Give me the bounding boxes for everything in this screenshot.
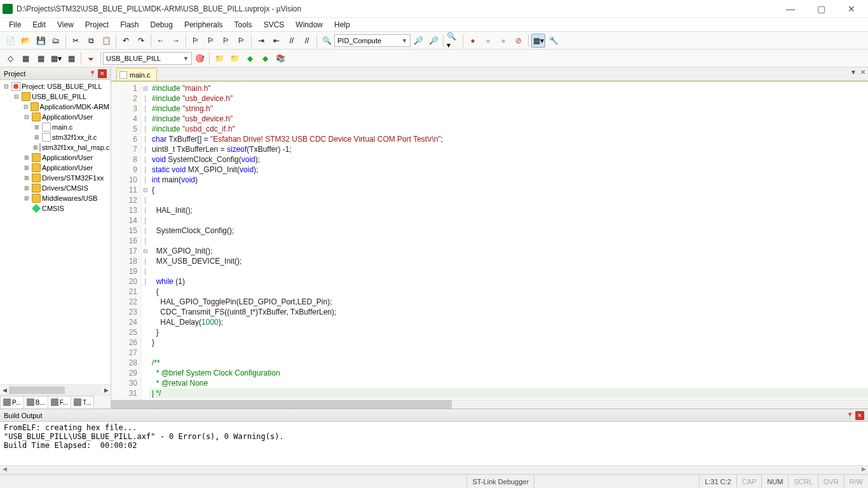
tab-main-c[interactable]: main.c [116, 68, 157, 81]
tree-node[interactable]: ⊞stm32f1xx_hal_msp.c [0, 142, 111, 152]
scroll-left-icon[interactable]: ◀ [0, 466, 9, 474]
record-gray2-icon[interactable]: ● [496, 34, 510, 48]
expand-icon[interactable]: ⊟ [3, 83, 10, 90]
save-all-icon[interactable]: 🗂 [49, 34, 63, 48]
tree-node[interactable]: CMSIS [0, 203, 111, 214]
unindent-icon[interactable]: ⇤ [269, 34, 283, 48]
expand-icon[interactable]: ⊟ [13, 93, 20, 100]
tree-node[interactable]: ⊞Drivers/CMSIS [0, 183, 111, 193]
expand-icon[interactable]: ⊞ [23, 165, 31, 171]
nav-back-icon[interactable]: ← [154, 34, 168, 48]
rte-icon[interactable]: ◆ [258, 51, 272, 65]
panel-tab-3[interactable]: T... [71, 396, 94, 409]
menu-edit[interactable]: Edit [27, 19, 51, 30]
code-editor[interactable]: #include "main.h"#include "usb_device.h"… [149, 82, 868, 400]
maximize-button[interactable]: ▢ [812, 4, 830, 14]
bookmark-toggle-icon[interactable]: 🏳 [189, 34, 203, 48]
menu-file[interactable]: File [4, 19, 26, 30]
record-icon[interactable]: ● [466, 34, 480, 48]
menu-tools[interactable]: Tools [229, 19, 257, 30]
expand-icon[interactable]: ⊞ [33, 134, 41, 140]
menu-help[interactable]: Help [329, 19, 355, 30]
expand-icon[interactable]: ⊞ [33, 124, 41, 130]
translate-icon[interactable]: ◇ [3, 51, 17, 65]
configure-icon[interactable]: 🔧 [546, 34, 560, 48]
save-icon[interactable]: 💾 [34, 34, 48, 48]
stop-record-icon[interactable]: ⊘ [512, 34, 526, 48]
scroll-right-icon[interactable]: ▶ [859, 466, 868, 474]
bookmark-prev-icon[interactable]: 🏳 [204, 34, 218, 48]
pin-icon[interactable]: 📍 [88, 69, 97, 78]
pin-icon[interactable]: 📍 [845, 411, 854, 420]
tree-node[interactable]: ⊟Project: USB_BLUE_PILL [0, 81, 111, 92]
expand-icon[interactable]: ⊞ [23, 175, 31, 181]
menu-view[interactable]: View [52, 19, 79, 30]
target-combo[interactable]: USB_BLUE_PILL ▼ [103, 52, 192, 65]
tree-node[interactable]: ⊟Application/MDK-ARM [0, 102, 111, 112]
scroll-left-icon[interactable]: ◀ [0, 387, 9, 393]
search-combo[interactable]: PID_Compute ▼ [334, 34, 410, 47]
menu-peripherals[interactable]: Peripherals [179, 19, 228, 30]
books-icon[interactable]: 📚 [273, 51, 287, 65]
menu-flash[interactable]: Flash [115, 19, 144, 30]
copy-icon[interactable]: ⧉ [84, 34, 98, 48]
scroll-right-icon[interactable]: ▶ [102, 387, 111, 393]
nav-fwd-icon[interactable]: → [169, 34, 183, 48]
manage-icon[interactable]: 📁 [227, 51, 241, 65]
new-file-icon[interactable]: 📄 [3, 34, 17, 48]
tree-node[interactable]: ⊟USB_BLUE_PILL [0, 92, 111, 102]
window-layout-icon[interactable]: ▦▾ [531, 34, 545, 48]
download-icon[interactable]: 🞃 [84, 51, 98, 65]
expand-icon[interactable]: ⊞ [23, 154, 31, 161]
indent-icon[interactable]: ⇥ [254, 34, 268, 48]
project-tree[interactable]: ⊟Project: USB_BLUE_PILL⊟USB_BLUE_PILL⊟Ap… [0, 80, 111, 384]
redo-icon[interactable]: ↷ [134, 34, 148, 48]
expand-icon[interactable]: ⊟ [23, 114, 31, 120]
undo-icon[interactable]: ↶ [119, 34, 133, 48]
file-ext-icon[interactable]: 📁 [212, 51, 226, 65]
bookmark-next-icon[interactable]: 🏳 [219, 34, 233, 48]
expand-icon[interactable]: ⊟ [23, 104, 29, 110]
build-hscrollbar[interactable]: ◀ ▶ [0, 465, 868, 474]
menu-svcs[interactable]: SVCS [259, 19, 290, 30]
tree-hscrollbar[interactable]: ◀ ▶ [0, 384, 111, 395]
target-options-icon[interactable]: 🎯 [193, 51, 207, 65]
incremental-find-icon[interactable]: 🔎 [426, 34, 440, 48]
fold-column[interactable]: ⊟│││││││││⊟│││││ ⊟│││ [142, 82, 149, 400]
minimize-button[interactable]: — [782, 4, 799, 14]
tab-close-icon[interactable]: ✕ [860, 69, 865, 76]
tree-node[interactable]: ⊞Middlewares/USB [0, 193, 111, 203]
debug-settings-icon[interactable]: 🔍▾ [446, 34, 460, 48]
close-panel-icon[interactable]: ✕ [98, 69, 107, 78]
menu-debug[interactable]: Debug [146, 19, 178, 30]
code-hscrollbar[interactable] [111, 400, 868, 409]
record-gray1-icon[interactable]: ● [481, 34, 495, 48]
tree-node[interactable]: ⊟Application/User [0, 112, 111, 122]
open-folder-icon[interactable]: 📂 [18, 34, 32, 48]
find-in-files-icon[interactable]: 🔍 [320, 34, 334, 48]
expand-icon[interactable]: ⊞ [23, 195, 31, 201]
stop-build-icon[interactable]: ▦ [64, 51, 78, 65]
paste-icon[interactable]: 📋 [99, 34, 113, 48]
panel-tab-0[interactable]: P... [0, 396, 24, 409]
build-output-text[interactable]: FromELF: creating hex file... "USB_BLUE_… [0, 422, 868, 465]
expand-icon[interactable]: ⊞ [23, 185, 31, 191]
batch-build-icon[interactable]: ▦▾ [49, 51, 63, 65]
panel-tab-1[interactable]: B... [24, 396, 48, 409]
menu-project[interactable]: Project [80, 19, 114, 30]
uncomment-icon[interactable]: // [300, 34, 314, 48]
tree-node[interactable]: ⊞Application/User [0, 152, 111, 163]
tab-dropdown-icon[interactable]: ▼ [850, 69, 857, 76]
expand-icon[interactable]: ⊞ [33, 144, 38, 151]
close-panel-icon[interactable]: ✕ [855, 411, 864, 420]
menu-window[interactable]: Window [290, 19, 328, 30]
tree-node[interactable]: ⊞main.c [0, 122, 111, 132]
cut-icon[interactable]: ✂ [69, 34, 83, 48]
tree-node[interactable]: ⊞stm32f1xx_it.c [0, 132, 111, 142]
tree-node[interactable]: ⊞Drivers/STM32F1xx [0, 173, 111, 183]
rebuild-icon[interactable]: ▦ [34, 51, 48, 65]
bookmark-clear-icon[interactable]: 🏳 [234, 34, 248, 48]
pack-installer-icon[interactable]: ◆ [243, 51, 257, 65]
tree-node[interactable]: ⊞Application/User [0, 163, 111, 173]
close-button[interactable]: ✕ [843, 4, 860, 14]
